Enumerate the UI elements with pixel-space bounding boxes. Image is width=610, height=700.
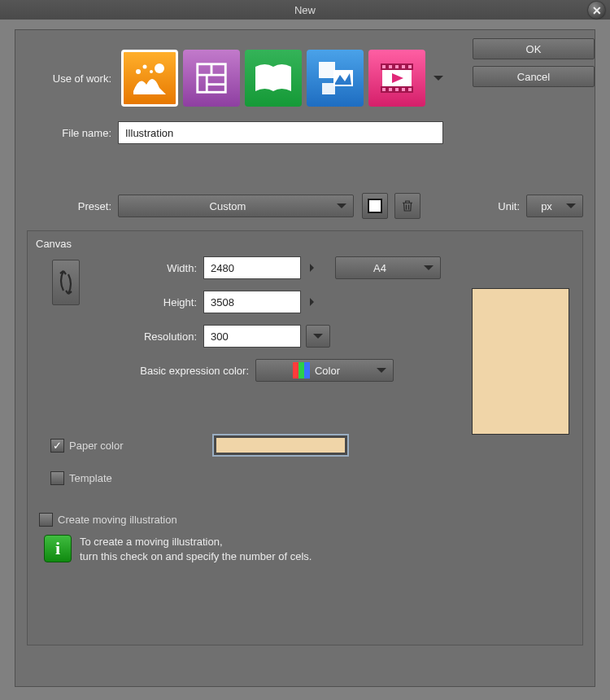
use-illustration-tab[interactable] <box>121 50 178 107</box>
svg-point-3 <box>150 70 153 73</box>
grid-photo-icon <box>316 59 355 98</box>
dialog-title: New <box>294 4 316 16</box>
width-label: Width: <box>88 262 203 274</box>
use-animation-tab[interactable] <box>368 50 425 107</box>
basic-color-dropdown[interactable]: Color <box>255 359 394 382</box>
delete-preset-button[interactable] <box>394 193 420 219</box>
dialog-body: OK Cancel Use of work: <box>0 20 610 700</box>
svg-rect-21 <box>395 88 399 91</box>
svg-rect-22 <box>402 88 405 91</box>
use-of-work-tabs <box>118 46 429 110</box>
width-input[interactable] <box>203 256 301 279</box>
height-arrow-button[interactable] <box>301 298 322 306</box>
svg-rect-18 <box>408 65 412 68</box>
title-bar: New ✕ <box>0 0 610 20</box>
use-of-work-dropdown-arrow[interactable] <box>429 76 448 81</box>
svg-rect-19 <box>382 88 386 91</box>
create-moving-checkbox[interactable] <box>39 513 53 527</box>
svg-point-2 <box>143 65 147 69</box>
unit-dropdown[interactable]: px <box>526 195 583 217</box>
preset-dropdown[interactable]: Custom <box>118 195 354 217</box>
width-arrow-button[interactable] <box>301 264 322 272</box>
canvas-section-title: Canvas <box>36 238 574 250</box>
info-icon: i <box>44 535 72 562</box>
paper-color-swatch[interactable] <box>212 434 349 457</box>
use-print-tab[interactable] <box>245 50 302 107</box>
paper-color-checkbox[interactable] <box>50 439 64 453</box>
chevron-down-icon <box>566 203 576 208</box>
unit-label: Unit: <box>498 200 526 212</box>
chevron-right-icon <box>310 264 314 272</box>
file-name-input[interactable] <box>118 121 443 144</box>
svg-rect-9 <box>319 62 335 78</box>
swap-width-height-button[interactable] <box>52 260 80 305</box>
use-comic-tab[interactable] <box>183 50 240 107</box>
rgb-swatch-icon <box>293 362 310 378</box>
unit-value: px <box>541 200 552 212</box>
height-input[interactable] <box>203 291 301 313</box>
chevron-down-icon <box>424 265 434 270</box>
film-play-icon <box>377 59 416 98</box>
svg-rect-14 <box>382 65 386 68</box>
file-name-label: File name: <box>27 127 118 139</box>
cancel-button[interactable]: Cancel <box>473 66 595 87</box>
chevron-right-icon <box>310 298 314 306</box>
template-checkbox[interactable] <box>50 471 64 485</box>
preset-page-icon <box>368 199 382 213</box>
trash-icon <box>400 199 415 213</box>
preset-label: Preset: <box>27 200 118 212</box>
canvas-preview <box>472 288 569 435</box>
paper-color-preview <box>216 438 345 453</box>
svg-rect-23 <box>408 88 412 91</box>
resolution-label: Resolution: <box>88 330 203 343</box>
height-label: Height: <box>88 296 203 308</box>
resolution-dropdown[interactable] <box>306 325 330 348</box>
use-of-work-label: Use of work: <box>27 72 118 85</box>
paper-color-label: Paper color <box>69 440 123 452</box>
use-show-all-tab[interactable] <box>307 50 364 107</box>
swap-arrows-icon <box>57 266 75 299</box>
illustration-icon <box>130 59 169 98</box>
svg-rect-15 <box>389 65 392 68</box>
svg-point-1 <box>136 69 141 74</box>
paper-size-dropdown[interactable]: A4 <box>335 256 441 279</box>
paper-size-value: A4 <box>373 262 386 274</box>
svg-rect-17 <box>402 65 405 68</box>
preset-value: Custom <box>210 200 246 212</box>
close-button[interactable]: ✕ <box>588 2 605 19</box>
svg-rect-20 <box>389 88 392 91</box>
canvas-section: Canvas Width: A4 <box>27 230 583 645</box>
comic-icon <box>193 59 230 97</box>
chevron-down-icon <box>313 334 323 339</box>
svg-point-0 <box>155 63 164 73</box>
resolution-input[interactable] <box>203 325 301 348</box>
basic-color-label: Basic expression color: <box>88 365 255 377</box>
template-label: Template <box>69 472 112 484</box>
chevron-down-icon <box>377 368 386 373</box>
create-moving-label: Create moving illustration <box>58 514 177 526</box>
chevron-down-icon <box>337 203 346 208</box>
book-icon <box>253 62 294 94</box>
ok-button[interactable]: OK <box>473 38 595 59</box>
svg-rect-11 <box>322 83 335 94</box>
basic-color-value: Color <box>315 365 340 377</box>
dialog-inner: OK Cancel Use of work: <box>15 29 595 687</box>
register-preset-button[interactable] <box>362 193 388 219</box>
svg-rect-16 <box>395 65 399 68</box>
create-moving-hint: To create a moving illustration, turn th… <box>80 535 312 563</box>
